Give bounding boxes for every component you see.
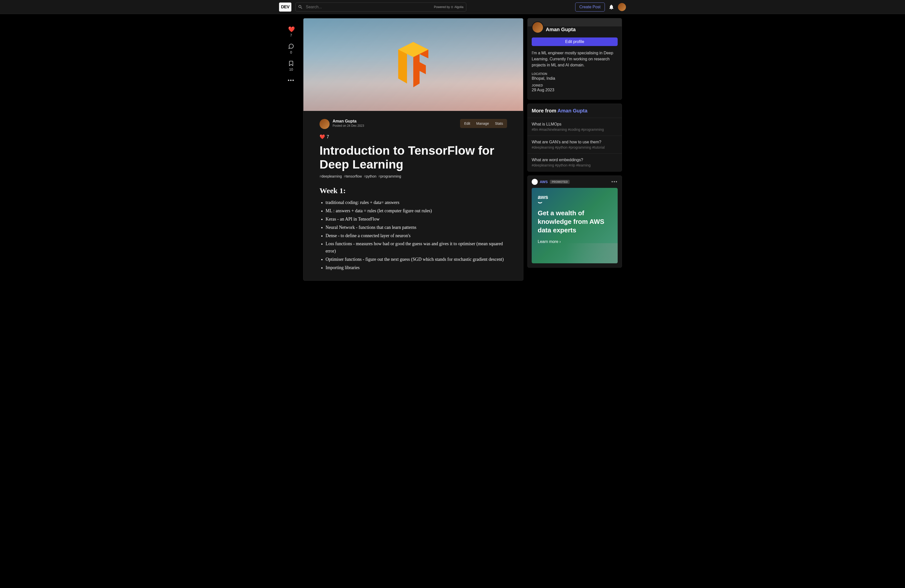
promo-headline: Get a wealth of knowledge from AWS data … [538, 209, 611, 234]
tag-programming[interactable]: #programming [378, 174, 401, 178]
list-item: Keras - an API in TensorFlow [325, 216, 507, 223]
related-tags: #deeplearning #python #programming #tuto… [532, 145, 618, 149]
manage-button[interactable]: Manage [474, 121, 492, 127]
list-item: Importing libraries [325, 264, 507, 271]
aws-brand-icon: ☁ [532, 179, 538, 185]
profile-avatar[interactable] [532, 21, 544, 33]
more-from-author-link[interactable]: Aman Gupta [557, 108, 587, 113]
cover-image [303, 18, 523, 111]
list-item: Neural Network - functions that can lear… [325, 224, 507, 231]
comment-count: 0 [290, 50, 292, 54]
bookmark-icon [288, 60, 294, 67]
related-tags: #deeplearning #python #nlp #learning [532, 163, 618, 167]
list-item: ML : answers + data = rules (let compute… [325, 207, 507, 215]
edit-button[interactable]: Edit [462, 121, 473, 127]
location-label: LOCATION [532, 72, 618, 76]
bookmark-button[interactable]: 10 [288, 60, 294, 72]
comment-button[interactable]: 0 [288, 43, 294, 54]
related-title: What are GAN's and how to use them? [532, 140, 618, 145]
comment-icon [288, 43, 294, 49]
stats-button[interactable]: Stats [492, 121, 505, 127]
aws-logo: aws ⌣ [538, 194, 611, 204]
user-avatar[interactable] [618, 3, 626, 11]
tag-python[interactable]: #python [364, 174, 376, 178]
promo-brand[interactable]: AWS [540, 180, 548, 184]
list-item: Dense - to define a connected layer of n… [325, 232, 507, 240]
tag-tensorflow[interactable]: #tensorflow [344, 174, 362, 178]
list-item: Optimiser functions - figure out the nex… [325, 256, 507, 263]
more-options-icon[interactable]: ••• [287, 78, 294, 83]
profile-bio: I'm a ML engineer mostly specialising in… [532, 50, 618, 68]
list-item: Loss functions - measures how bad or goo… [325, 240, 507, 255]
reaction-button[interactable]: ❤️ 7 [288, 26, 294, 37]
notifications-icon[interactable] [608, 4, 614, 10]
promo-options-icon[interactable]: ••• [611, 179, 618, 184]
article-actions: Edit Manage Stats [460, 119, 507, 128]
profile-name[interactable]: Aman Gupta [546, 27, 576, 32]
tensorflow-logo-icon [388, 37, 438, 92]
promo-background-image [566, 243, 618, 263]
related-article-item[interactable]: What is LLMOps#llm #machinelearning #cod… [528, 118, 622, 136]
site-logo[interactable]: DEV [279, 3, 291, 11]
powered-by-label: Powered by ⊙ Algolia [434, 5, 463, 9]
related-tags: #llm #machinelearning #coding #programmi… [532, 127, 618, 132]
promo-banner[interactable]: aws ⌣ Get a wealth of knowledge from AWS… [532, 188, 618, 263]
edit-profile-button[interactable]: Edit profile [532, 38, 618, 46]
tag-deeplearning[interactable]: #deeplearning [319, 174, 342, 178]
promoted-badge: PROMOTED [550, 180, 570, 184]
related-title: What is LLMOps [532, 122, 618, 127]
list-item: traditional coding: rules + data= answer… [325, 199, 507, 206]
bookmark-count: 10 [289, 67, 293, 72]
reaction-count: 7 [290, 33, 292, 37]
section-heading: Week 1: [319, 186, 507, 195]
related-article-item[interactable]: What are GAN's and how to use them?#deep… [528, 136, 622, 154]
author-avatar[interactable] [319, 119, 330, 129]
article-title: Introduction to TensorFlow for Deep Lear… [319, 144, 507, 171]
post-date: Posted on 24 Dec 2023 [333, 124, 457, 127]
author-name[interactable]: Aman Gupta [333, 119, 457, 124]
related-title: What are word embeddings? [532, 158, 618, 162]
more-from-header: More from Aman Gupta [528, 104, 622, 118]
related-article-item[interactable]: What are word embeddings?#deeplearning #… [528, 154, 622, 171]
create-post-button[interactable]: Create Post [575, 3, 605, 11]
reaction-total: 7 [327, 134, 329, 140]
joined-label: JOINED [532, 84, 618, 87]
heart-emoji-icon: ❤️ [319, 134, 325, 140]
heart-icon: ❤️ [288, 26, 294, 32]
location-value: Bhopal, India [532, 76, 618, 81]
reaction-summary[interactable]: ❤️ 7 [319, 134, 507, 140]
joined-value: 29 Aug 2023 [532, 88, 618, 92]
search-icon [298, 5, 303, 10]
